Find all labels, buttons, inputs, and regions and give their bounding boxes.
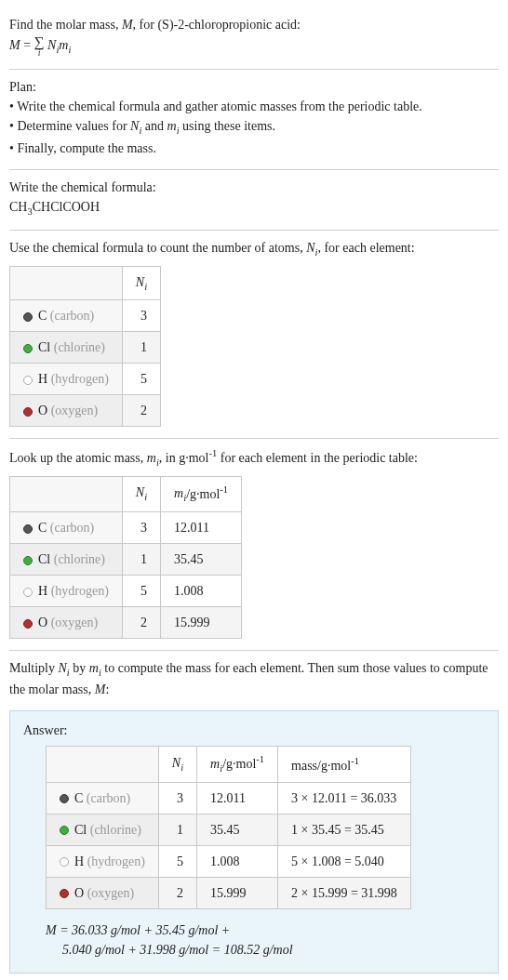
table-header-blank	[10, 266, 123, 300]
text: CH	[9, 200, 27, 214]
text: :	[105, 682, 109, 696]
mi-cell: 1.008	[161, 575, 242, 606]
text: , for (S)-2-chloropropionic acid:	[133, 18, 301, 32]
text: Multiply	[9, 661, 59, 675]
element-name: (oxygen)	[87, 886, 135, 900]
text: • Determine values for	[9, 119, 130, 133]
text: Look up the atomic mass,	[9, 451, 147, 465]
problem-line: Find the molar mass, M, for (S)-2-chloro…	[9, 15, 499, 34]
sigma: ∑i	[34, 34, 45, 58]
ni-cell: 5	[122, 575, 160, 606]
plan-bullet: • Write the chemical formula and gather …	[9, 97, 499, 116]
element-name: (hydrogen)	[87, 854, 145, 868]
chlorine-dot-icon	[23, 344, 33, 353]
section-title: Use the chemical formula to count the nu…	[9, 238, 499, 260]
element-cell: Cl (chlorine)	[10, 332, 123, 364]
ni-cell: 3	[158, 782, 196, 814]
section-title: Look up the atomic mass, mi, in g·mol-1 …	[9, 446, 499, 470]
mi-cell: 35.45	[161, 543, 242, 575]
plan-bullet: • Determine values for Ni and mi using t…	[9, 116, 499, 139]
element-symbol: C	[38, 521, 47, 535]
carbon-dot-icon	[23, 312, 33, 322]
text: Use the chemical formula to count the nu…	[9, 241, 306, 255]
carbon-dot-icon	[60, 794, 69, 803]
text: Find the molar mass,	[9, 18, 122, 32]
table-header-row: Ni mi/g·mol-1	[10, 476, 242, 511]
table-row: H (hydrogen)5	[10, 364, 161, 395]
var-M: M	[122, 18, 133, 32]
table-header-row: Ni	[10, 266, 161, 300]
var-M: M	[95, 682, 106, 696]
element-symbol: H	[38, 584, 47, 598]
text: , for each element:	[317, 241, 414, 255]
table-header-blank	[47, 747, 159, 782]
var-mi: mi	[89, 661, 101, 675]
atom-count-table: Ni C (carbon)3Cl (chlorine)1H (hydrogen)…	[9, 266, 161, 428]
mi-cell: 15.999	[161, 606, 242, 638]
element-cell: H (hydrogen)	[10, 364, 123, 395]
element-cell: C (carbon)	[10, 300, 123, 332]
table-header-row: Ni mi/g·mol-1 mass/g·mol-1	[47, 747, 411, 782]
hydrogen-dot-icon	[23, 376, 33, 385]
element-name: (hydrogen)	[51, 372, 109, 386]
element-symbol: C	[38, 309, 47, 323]
ni-cell: 1	[122, 543, 160, 575]
chemical-formula-section: Write the chemical formula: CH3CHClCOOH	[9, 170, 499, 232]
atom-count-section: Use the chemical formula to count the nu…	[9, 231, 499, 439]
answer-box: Answer: Ni mi/g·mol-1 mass/g·mol-1 C (ca…	[9, 710, 499, 973]
element-name: (chlorine)	[54, 340, 105, 354]
element-cell: Cl (chlorine)	[47, 814, 159, 845]
answer-table: Ni mi/g·mol-1 mass/g·mol-1 C (carbon)312…	[46, 746, 411, 908]
oxygen-dot-icon	[23, 407, 33, 417]
ni-cell: 5	[122, 364, 160, 395]
element-symbol: O	[38, 404, 47, 417]
element-name: (chlorine)	[54, 552, 105, 566]
element-symbol: O	[74, 886, 84, 900]
table-header-mi: mi/g·mol-1	[161, 476, 242, 511]
element-cell: Cl (chlorine)	[10, 543, 123, 575]
ni-cell: 2	[122, 395, 160, 427]
var-Ni: Ni	[47, 38, 59, 52]
var-mi: mi	[147, 451, 159, 465]
final-equation: M = 36.033 g/mol + 35.45 g/mol + 5.040 g…	[46, 920, 485, 960]
element-cell: O (oxygen)	[10, 395, 123, 427]
text: by	[70, 661, 89, 675]
element-cell: H (hydrogen)	[10, 575, 123, 606]
var-mi: mi	[167, 119, 180, 133]
var-Ni: Ni	[59, 661, 70, 675]
element-name: (oxygen)	[51, 404, 99, 417]
mi-cell: 12.011	[197, 782, 278, 814]
carbon-dot-icon	[23, 524, 33, 534]
element-name: (chlorine)	[90, 823, 141, 837]
superscript: -1	[208, 448, 217, 458]
table-row: O (oxygen)215.9992 × 15.999 = 31.998	[47, 877, 411, 908]
section-title: Write the chemical formula:	[9, 178, 499, 197]
element-name: (carbon)	[50, 521, 94, 535]
chlorine-dot-icon	[23, 556, 33, 565]
element-symbol: H	[38, 372, 47, 386]
text: and	[141, 119, 167, 133]
chlorine-dot-icon	[60, 826, 69, 835]
mi-cell: 12.011	[161, 511, 242, 543]
molar-mass-equation: M = ∑i Nimi	[9, 34, 499, 58]
problem-statement: Find the molar mass, M, for (S)-2-chloro…	[9, 7, 499, 70]
equals: =	[20, 38, 34, 52]
table-header-blank	[10, 476, 123, 511]
ni-cell: 3	[122, 511, 160, 543]
oxygen-dot-icon	[23, 619, 33, 629]
table-header-ni: Ni	[158, 747, 196, 782]
element-cell: C (carbon)	[10, 511, 123, 543]
text: using these items.	[180, 119, 275, 133]
table-row: C (carbon)3	[10, 300, 161, 332]
element-cell: O (oxygen)	[47, 877, 159, 908]
plan-section: Plan: • Write the chemical formula and g…	[9, 70, 499, 170]
element-cell: H (hydrogen)	[47, 845, 159, 877]
atomic-mass-table: Ni mi/g·mol-1 C (carbon)312.011Cl (chlor…	[9, 476, 242, 639]
element-name: (carbon)	[50, 309, 94, 323]
var-M: M	[9, 38, 20, 52]
table-row: Cl (chlorine)1	[10, 332, 161, 364]
hydrogen-dot-icon	[23, 588, 33, 597]
ni-cell: 3	[122, 300, 160, 332]
element-symbol: Cl	[74, 823, 87, 837]
table-header-ni: Ni	[122, 476, 160, 511]
